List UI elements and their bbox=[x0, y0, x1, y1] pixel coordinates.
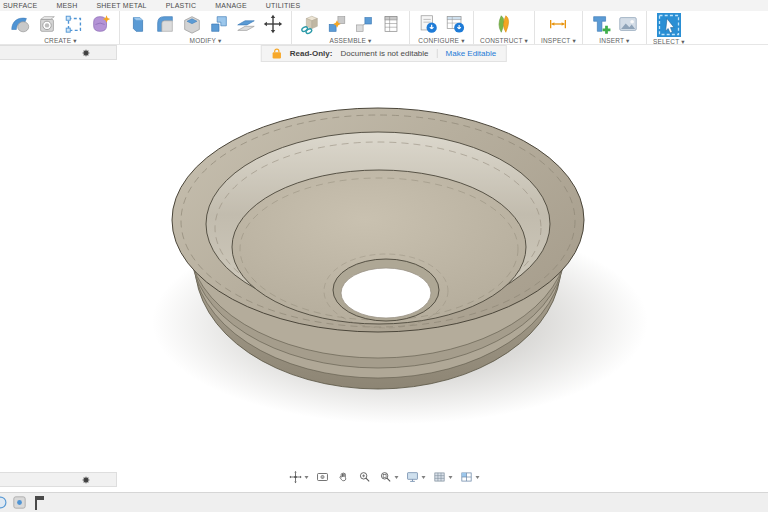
grid-dropdown-caret[interactable] bbox=[449, 476, 453, 479]
sweep-icon bbox=[9, 13, 31, 35]
create-form-button[interactable] bbox=[89, 12, 113, 36]
toolbar-group-construct: CONSTRUCT ▾ bbox=[473, 11, 534, 44]
configuration-table-button[interactable] bbox=[443, 12, 467, 36]
create-sketch-button[interactable] bbox=[62, 12, 86, 36]
read-only-label: Read-Only: bbox=[290, 49, 333, 58]
grid-settings-button[interactable] bbox=[433, 470, 453, 484]
hole-face-icon bbox=[36, 13, 58, 35]
bom-table-button[interactable] bbox=[379, 12, 403, 36]
insert-derive-icon bbox=[590, 13, 612, 35]
pan-button[interactable] bbox=[337, 470, 351, 484]
grid-settings-icon bbox=[433, 470, 447, 484]
model-flanged-disc[interactable] bbox=[152, 108, 648, 424]
construction-plane-icon bbox=[493, 13, 515, 35]
comments-collapsed-bar[interactable] bbox=[0, 472, 117, 487]
toolbar-group-modify: MODIFY ▾ bbox=[119, 11, 291, 44]
gear-icon bbox=[82, 49, 90, 57]
select-cursor-icon bbox=[657, 13, 681, 37]
pan-icon bbox=[337, 470, 351, 484]
tab-sheet-metal[interactable]: SHEET METAL bbox=[97, 2, 147, 9]
look-at-icon bbox=[316, 470, 330, 484]
toolbar-group-select: SELECT ▾ bbox=[646, 11, 691, 44]
sketch-icon bbox=[63, 13, 85, 35]
measure-icon bbox=[547, 13, 569, 35]
press-pull-icon bbox=[127, 13, 149, 35]
zoom-icon bbox=[358, 470, 372, 484]
new-component-icon bbox=[299, 13, 321, 35]
sweep-button[interactable] bbox=[8, 12, 32, 36]
shell-button[interactable] bbox=[180, 12, 204, 36]
insert-image-icon bbox=[617, 13, 639, 35]
viewport-canvas[interactable] bbox=[0, 0, 768, 512]
construction-plane-button[interactable] bbox=[492, 12, 516, 36]
display-dropdown-caret[interactable] bbox=[422, 476, 426, 479]
zoom-button[interactable] bbox=[358, 470, 372, 484]
display-settings-button[interactable] bbox=[406, 470, 426, 484]
toolbar-group-configure: CONFIGURE ▾ bbox=[409, 11, 473, 44]
toolbar-group-create: CREATE ▾ bbox=[2, 11, 119, 44]
make-editable-link[interactable]: Make Editable bbox=[437, 49, 497, 58]
fit-icon bbox=[379, 470, 393, 484]
bom-table-icon bbox=[380, 13, 402, 35]
tab-utilities[interactable]: UTILITIES bbox=[266, 2, 300, 9]
new-component-button[interactable] bbox=[298, 12, 322, 36]
press-pull-button[interactable] bbox=[126, 12, 150, 36]
viewports-icon bbox=[460, 470, 474, 484]
read-only-banner: Read-Only: Document is not editable Make… bbox=[261, 45, 507, 62]
shell-icon bbox=[181, 13, 203, 35]
view-navigation-bar bbox=[289, 469, 480, 485]
insert-derive-button[interactable] bbox=[589, 12, 613, 36]
toolbar-group-insert: INSERT ▾ bbox=[582, 11, 646, 44]
orbit-button[interactable] bbox=[289, 470, 309, 484]
configuration-table-icon bbox=[444, 13, 466, 35]
fit-dropdown-caret[interactable] bbox=[395, 476, 399, 479]
viewports-dropdown-caret[interactable] bbox=[476, 476, 480, 479]
browser-collapsed-bar[interactable] bbox=[0, 45, 117, 60]
combine-icon bbox=[208, 13, 230, 35]
tab-surface[interactable]: SURFACE bbox=[3, 2, 37, 9]
as-built-joint-icon bbox=[353, 13, 375, 35]
orbit-icon bbox=[289, 470, 303, 484]
move-icon bbox=[262, 13, 284, 35]
look-at-button[interactable] bbox=[316, 470, 330, 484]
form-icon bbox=[90, 13, 112, 35]
hole-button[interactable] bbox=[35, 12, 59, 36]
move-button[interactable] bbox=[261, 12, 285, 36]
measure-button[interactable] bbox=[546, 12, 570, 36]
center-hole bbox=[341, 268, 431, 318]
configure-dropdown[interactable]: CONFIGURE ▾ bbox=[418, 37, 464, 45]
insert-image-button[interactable] bbox=[616, 12, 640, 36]
timeline-bar bbox=[0, 492, 768, 512]
modify-dropdown[interactable]: MODIFY ▾ bbox=[190, 37, 222, 45]
viewports-button[interactable] bbox=[460, 470, 480, 484]
offset-face-icon bbox=[235, 13, 257, 35]
create-dropdown[interactable]: CREATE ▾ bbox=[44, 37, 77, 45]
orbit-dropdown-caret[interactable] bbox=[305, 476, 309, 479]
tab-plastic[interactable]: PLASTIC bbox=[166, 2, 197, 9]
read-only-message: Document is not editable bbox=[340, 49, 428, 58]
insert-dropdown[interactable]: INSERT ▾ bbox=[599, 37, 629, 45]
construct-dropdown[interactable]: CONSTRUCT ▾ bbox=[480, 37, 528, 45]
tab-mesh[interactable]: MESH bbox=[56, 2, 77, 9]
fillet-icon bbox=[154, 13, 176, 35]
configuration-button[interactable] bbox=[416, 12, 440, 36]
tab-manage[interactable]: MANAGE bbox=[215, 2, 247, 9]
joint-icon bbox=[326, 13, 348, 35]
select-dropdown[interactable]: SELECT ▾ bbox=[653, 38, 685, 46]
assemble-dropdown[interactable]: ASSEMBLE ▾ bbox=[329, 37, 371, 45]
inspect-dropdown[interactable]: INSPECT ▾ bbox=[541, 37, 576, 45]
lock-icon bbox=[272, 48, 282, 59]
display-settings-icon bbox=[406, 470, 420, 484]
joint-button[interactable] bbox=[325, 12, 349, 36]
fit-button[interactable] bbox=[379, 470, 399, 484]
toolbar-group-assemble: ASSEMBLE ▾ bbox=[291, 11, 409, 44]
offset-face-button[interactable] bbox=[234, 12, 258, 36]
timeline-playhead[interactable] bbox=[33, 496, 45, 510]
fillet-button[interactable] bbox=[153, 12, 177, 36]
timeline-options-icon[interactable] bbox=[0, 496, 7, 509]
as-built-joint-button[interactable] bbox=[352, 12, 376, 36]
configuration-icon bbox=[417, 13, 439, 35]
timeline-capture-icon[interactable] bbox=[13, 496, 26, 509]
combine-button[interactable] bbox=[207, 12, 231, 36]
select-button[interactable] bbox=[656, 12, 682, 38]
